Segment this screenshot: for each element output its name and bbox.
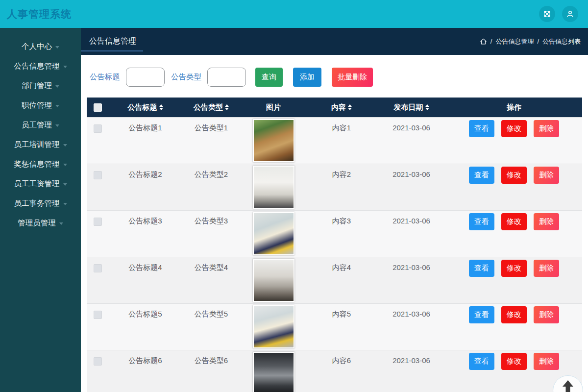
announcement-type: 公告类型2 [182, 164, 241, 179]
announcement-table: 公告标题 公告类型 图片 内容 发布日期 操作 公告标题1 公告类型1 内容1 … [81, 98, 588, 392]
announcement-title: 公告标题1 [109, 118, 182, 133]
chevron-down-icon [63, 164, 67, 166]
row-checkbox[interactable] [94, 357, 102, 366]
announcement-type: 公告类型4 [182, 257, 241, 272]
table-row: 公告标题3 公告类型3 内容3 2021-03-06 查看 修改 删除 [87, 210, 582, 257]
view-button[interactable]: 查看 [469, 353, 494, 370]
sort-icon [425, 104, 429, 110]
row-checkbox[interactable] [94, 218, 102, 226]
view-button[interactable]: 查看 [469, 213, 494, 230]
tab-announcement-management[interactable]: 公告信息管理 [81, 28, 143, 55]
announcement-date: 2021-03-06 [377, 164, 446, 178]
sidebar-item-label: 员工工资管理 [14, 179, 60, 189]
delete-button[interactable]: 删除 [534, 260, 559, 277]
query-button[interactable]: 查询 [255, 68, 283, 87]
sidebar-item-label: 员工培训管理 [14, 140, 60, 150]
announcement-date: 2021-03-06 [377, 118, 446, 132]
announcement-type: 公告类型1 [182, 118, 241, 133]
breadcrumb: / 公告信息管理 / 公告信息列表 [480, 37, 588, 46]
delete-button[interactable]: 删除 [534, 120, 559, 137]
announcement-title-input[interactable] [126, 68, 165, 87]
sidebar-item-label: 员工事务管理 [14, 198, 60, 209]
chevron-down-icon [55, 105, 59, 107]
announcement-type-input[interactable] [207, 68, 246, 87]
edit-button[interactable]: 修改 [501, 260, 527, 277]
sidebar-item-reward-punishment-management[interactable]: 奖惩信息管理 [0, 154, 81, 174]
sidebar-item-announcement-management[interactable]: 公告信息管理 [0, 56, 81, 76]
edit-button[interactable]: 修改 [501, 353, 527, 370]
announcement-content: 内容4 [306, 257, 377, 272]
select-all-checkbox[interactable] [94, 103, 102, 112]
column-header-type[interactable]: 公告类型 [182, 103, 241, 112]
table-row: 公告标题5 公告类型5 内容5 2021-03-06 查看 修改 删除 [87, 303, 582, 350]
delete-button[interactable]: 删除 [534, 213, 559, 230]
sidebar-item-label: 部门管理 [22, 81, 52, 91]
announcement-photo [253, 212, 294, 255]
fullscreen-arrows-icon [543, 10, 551, 18]
column-header-image: 图片 [241, 103, 306, 112]
column-header-title[interactable]: 公告标题 [109, 103, 182, 112]
announcement-content: 内容6 [306, 350, 377, 366]
row-checkbox[interactable] [94, 124, 102, 133]
column-header-actions: 操作 [446, 103, 582, 112]
sidebar-item-label: 职位管理 [22, 100, 52, 111]
user-button[interactable] [562, 6, 578, 22]
sidebar-item-label: 奖惩信息管理 [14, 159, 60, 170]
edit-button[interactable]: 修改 [501, 167, 527, 184]
delete-button[interactable]: 删除 [534, 353, 559, 370]
view-button[interactable]: 查看 [469, 260, 494, 277]
row-checkbox[interactable] [94, 171, 102, 179]
breadcrumb-item[interactable]: 公告信息管理 [495, 37, 534, 46]
sidebar-item-affairs-management[interactable]: 员工事务管理 [0, 194, 81, 213]
delete-button[interactable]: 删除 [534, 167, 559, 184]
announcement-content: 内容3 [306, 211, 377, 226]
sidebar-item-position-management[interactable]: 职位管理 [0, 96, 81, 115]
announcement-type: 公告类型5 [182, 304, 241, 319]
announcement-date: 2021-03-06 [377, 211, 446, 225]
view-button[interactable]: 查看 [469, 306, 494, 323]
view-button[interactable]: 查看 [469, 120, 494, 137]
announcement-type: 公告类型3 [182, 211, 241, 226]
announcement-title: 公告标题3 [109, 211, 182, 226]
announcement-photo [253, 166, 294, 209]
view-button[interactable]: 查看 [469, 167, 494, 184]
breadcrumb-item[interactable]: 公告信息列表 [542, 37, 581, 46]
announcement-content: 内容2 [306, 164, 377, 179]
edit-button[interactable]: 修改 [501, 306, 527, 323]
batch-delete-button[interactable]: 批量删除 [332, 68, 373, 87]
delete-button[interactable]: 删除 [534, 306, 559, 323]
fullscreen-button[interactable] [539, 6, 555, 22]
table-row: 公告标题4 公告类型4 内容4 2021-03-06 查看 修改 删除 [87, 257, 582, 303]
chevron-down-icon [55, 46, 59, 49]
sidebar-item-salary-management[interactable]: 员工工资管理 [0, 174, 81, 194]
edit-button[interactable]: 修改 [501, 120, 527, 137]
sidebar-item-training-management[interactable]: 员工培训管理 [0, 135, 81, 154]
row-checkbox[interactable] [94, 311, 102, 319]
edit-button[interactable]: 修改 [501, 213, 527, 230]
column-header-content[interactable]: 内容 [306, 103, 377, 112]
column-header-date[interactable]: 发布日期 [377, 103, 446, 112]
main-content: 公告信息管理 / 公告信息管理 / 公告信息列表 公告标题 公告类型 查询 添加… [81, 28, 588, 392]
topbar: 人事管理系统 [0, 0, 588, 28]
sort-icon [225, 104, 229, 110]
row-checkbox[interactable] [94, 264, 102, 272]
home-icon[interactable] [480, 38, 487, 45]
app-title: 人事管理系统 [0, 7, 72, 21]
announcement-date: 2021-03-06 [377, 304, 446, 318]
sidebar-item-department-management[interactable]: 部门管理 [0, 76, 81, 96]
table-row: 公告标题6 公告类型6 内容6 2021-03-06 查看 修改 删除 [87, 350, 582, 392]
announcement-photo [253, 305, 294, 348]
sidebar-item-personal-center[interactable]: 个人中心 [0, 37, 81, 56]
sidebar-item-label: 员工管理 [22, 120, 52, 130]
announcement-title-label: 公告标题 [90, 72, 120, 82]
announcement-content: 内容5 [306, 304, 377, 319]
announcement-date: 2021-03-06 [377, 257, 446, 271]
sidebar-item-label: 公告信息管理 [14, 61, 60, 72]
add-button[interactable]: 添加 [293, 68, 321, 87]
sort-icon [159, 104, 163, 110]
announcement-title: 公告标题6 [109, 350, 182, 366]
sidebar-item-admin-management[interactable]: 管理员管理 [0, 213, 81, 233]
sidebar-item-employee-management[interactable]: 员工管理 [0, 115, 81, 135]
chevron-down-icon [55, 124, 59, 127]
sort-icon [348, 104, 352, 110]
